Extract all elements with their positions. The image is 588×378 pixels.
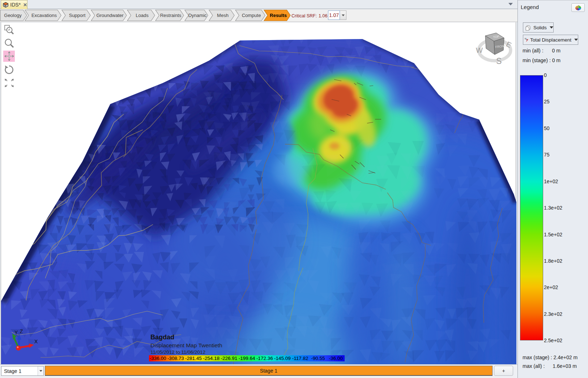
svg-text:Mesh: Mesh — [217, 13, 229, 18]
svg-text:FRONT: FRONT — [495, 44, 506, 49]
svg-text:Loads: Loads — [136, 13, 149, 18]
svg-text:Dynamic: Dynamic — [188, 13, 207, 18]
svg-text:Y: Y — [14, 330, 18, 335]
svg-text:Results: Results — [270, 13, 287, 18]
svg-text:Z: Z — [20, 329, 23, 334]
svg-text:Geology: Geology — [4, 13, 22, 18]
svg-text:W: W — [476, 46, 483, 54]
svg-text:Excavations: Excavations — [31, 13, 57, 18]
svg-text:Groundwater: Groundwater — [96, 13, 124, 18]
svg-text:Restraints: Restraints — [160, 13, 182, 18]
svg-text:Support: Support — [69, 13, 86, 18]
svg-text:Compute: Compute — [242, 13, 261, 18]
svg-text:S: S — [496, 56, 502, 66]
svg-text:X: X — [34, 339, 38, 344]
